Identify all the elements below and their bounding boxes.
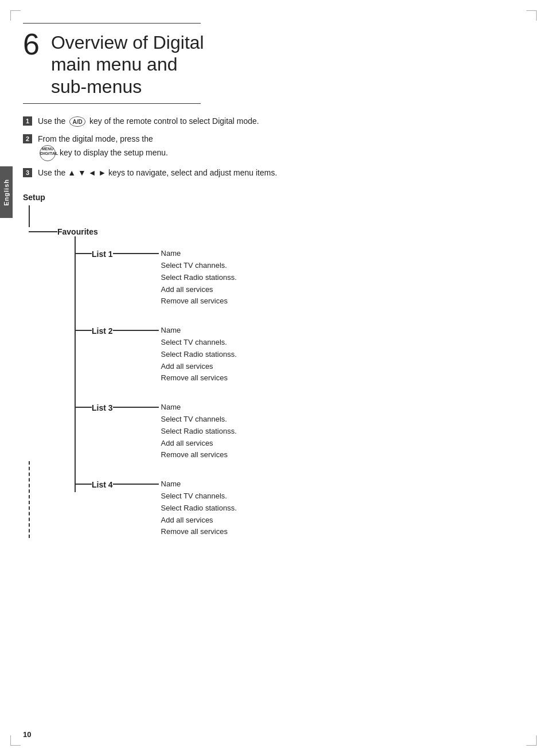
list-1-hline bbox=[75, 253, 92, 254]
list-item: Select TV channels. bbox=[161, 490, 237, 502]
list-2-hline bbox=[75, 330, 92, 331]
list-4-dashed-vline bbox=[29, 461, 30, 538]
steps-container: 1 Use the A/D key of the remote control … bbox=[23, 115, 524, 179]
list-2-connect bbox=[113, 330, 159, 331]
list-item: Remove all services bbox=[161, 449, 237, 461]
list-item: Select TV channels. bbox=[161, 414, 237, 426]
step-1: 1 Use the A/D key of the remote control … bbox=[23, 115, 524, 127]
step-2-text: From the digital mode, press the MENU DI… bbox=[38, 133, 168, 161]
list-item: Select TV channels. bbox=[161, 337, 237, 349]
corner-mark-br bbox=[526, 735, 537, 746]
digital-menu-icon: MENU DIGITAL bbox=[40, 145, 56, 161]
list-item: Name bbox=[161, 325, 237, 337]
list-item: Remove all services bbox=[161, 526, 237, 538]
title-rule bbox=[23, 103, 201, 104]
list-item: Remove all services bbox=[161, 295, 237, 307]
favourites-row: Favourites bbox=[29, 205, 524, 236]
list-item: Name bbox=[161, 478, 237, 490]
chapter-header: 6 Overview of Digital main menu and sub-… bbox=[23, 32, 524, 98]
step-3: 3 Use the ▲ ▼ ◄ ► keys to navigate, sele… bbox=[23, 167, 524, 179]
corner-mark-tr bbox=[526, 10, 537, 21]
list-1-label: List 1 bbox=[92, 248, 113, 260]
list-3-connect bbox=[113, 407, 159, 408]
list-3-items: Name Select TV channels. Select Radio st… bbox=[161, 402, 237, 461]
list-3-row: List 3 Name Select TV channels. Select R… bbox=[75, 384, 524, 461]
corner-mark-bl bbox=[10, 735, 21, 746]
step-1-text: Use the A/D key of the remote control to… bbox=[38, 115, 259, 127]
step-1-number: 1 bbox=[23, 116, 32, 126]
list-4-items: Name Select TV channels. Select Radio st… bbox=[161, 478, 237, 538]
page-number: 10 bbox=[23, 730, 31, 739]
tree-container: Favourites List 1 Name Select TV channel… bbox=[29, 205, 524, 538]
list-item: Remove all services bbox=[161, 372, 237, 384]
list-item: Add all services bbox=[161, 438, 237, 450]
list-1-connect bbox=[113, 253, 159, 254]
list-item: Select Radio stationss. bbox=[161, 502, 237, 515]
list-1-row: List 1 Name Select TV channels. Select R… bbox=[75, 236, 524, 307]
list-item: Add all services bbox=[161, 515, 237, 527]
setup-section: Setup Favourites List 1 Nam bbox=[23, 193, 524, 538]
list-item: Select Radio stationss. bbox=[161, 426, 237, 438]
lists-container: List 1 Name Select TV channels. Select R… bbox=[75, 236, 524, 538]
step-2-number: 2 bbox=[23, 134, 32, 143]
chapter-number: 6 bbox=[23, 29, 40, 59]
list-2-label: List 2 bbox=[92, 325, 113, 337]
list-item: Add all services bbox=[161, 284, 237, 296]
list-4-label: List 4 bbox=[92, 478, 113, 491]
setup-label: Setup bbox=[23, 193, 524, 202]
step-3-text: Use the ▲ ▼ ◄ ► keys to navigate, select… bbox=[38, 167, 277, 179]
top-rule bbox=[23, 23, 201, 24]
ad-key-icon: A/D bbox=[69, 116, 85, 127]
main-content: 6 Overview of Digital main menu and sub-… bbox=[23, 23, 524, 538]
language-tab: English bbox=[0, 166, 13, 218]
favourites-hline bbox=[29, 231, 57, 232]
list-item: Select TV channels. bbox=[161, 260, 237, 272]
list-2-row: List 2 Name Select TV channels. Select R… bbox=[75, 307, 524, 384]
list-4-row: List 4 Name Select TV channels. Select R… bbox=[75, 461, 524, 538]
list-item: Name bbox=[161, 402, 237, 414]
chapter-title: Overview of Digital main menu and sub-me… bbox=[51, 32, 204, 98]
list-1-items: Name Select TV channels. Select Radio st… bbox=[161, 248, 237, 307]
list-item: Add all services bbox=[161, 361, 237, 373]
favourites-label: Favourites bbox=[57, 227, 98, 236]
list-item: Select Radio stationss. bbox=[161, 349, 237, 361]
list-3-hline bbox=[75, 407, 92, 408]
language-tab-label: English bbox=[3, 179, 10, 206]
list-4-connect bbox=[113, 484, 159, 485]
list-3-label: List 3 bbox=[92, 402, 113, 414]
list-item: Select Radio stationss. bbox=[161, 272, 237, 284]
list-item: Name bbox=[161, 248, 237, 260]
step-3-number: 3 bbox=[23, 168, 32, 177]
corner-mark-tl bbox=[10, 10, 21, 21]
list-2-items: Name Select TV channels. Select Radio st… bbox=[161, 325, 237, 384]
step-2: 2 From the digital mode, press the MENU … bbox=[23, 133, 524, 161]
list-4-hline bbox=[75, 484, 92, 485]
